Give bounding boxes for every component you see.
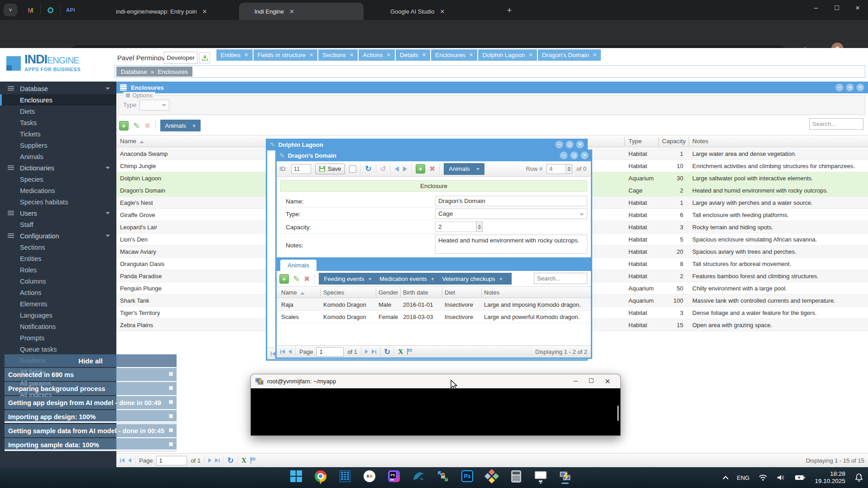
sidebar-item[interactable]: Tasks [0,117,116,128]
type-filter-select[interactable] [139,100,169,111]
browser-tab[interactable]: indi-engine/newapp: Entry poin ✕ [101,3,227,20]
toast-close-icon[interactable]: ✖ [168,441,173,448]
sidebar-item[interactable]: Roles [0,264,116,275]
tab-close-icon[interactable]: ✕ [438,8,447,15]
chevron-down-icon[interactable] [106,167,110,169]
last-page-icon[interactable] [215,458,220,463]
toast-close-icon[interactable]: ✖ [168,413,173,420]
terminal-maximize-icon[interactable]: ☐ [589,377,594,386]
sidebar-item[interactable]: Queue tasks [0,343,116,355]
toast-close-icon[interactable]: ✖ [168,399,173,406]
close-icon[interactable]: ✕ [580,151,589,159]
sidebar-item[interactable]: Species habitats [0,196,116,208]
first-page-icon[interactable] [280,349,285,354]
minimize-icon[interactable]: ─ [560,151,568,159]
edit-animal-icon[interactable]: ✎ [293,274,300,284]
import-button[interactable] [199,52,210,63]
column-header-species[interactable]: Species [323,289,344,296]
sidebar-item[interactable]: Tickets [0,128,116,140]
session-tab-close-icon[interactable]: ✕ [529,52,533,58]
taskbar-mysql-icon[interactable] [412,469,425,483]
sidebar-item[interactable]: Configuration [0,230,116,242]
taskbar-phpstorm-icon[interactable]: PS [388,469,400,483]
terminal-close-icon[interactable]: ✕ [604,377,610,386]
edit-row-icon[interactable]: ✎ [133,121,140,130]
toast-close-icon[interactable]: ✖ [168,427,173,434]
animals-relation-button[interactable]: Animals + [444,163,484,175]
hide-all-button[interactable]: Hide all [5,354,177,367]
undo-icon[interactable]: ↺ [380,164,386,173]
spinner-arrows-icon[interactable] [476,222,483,232]
relation-button[interactable]: Veterinary checkups + [442,275,506,282]
sidebar-item[interactable]: Sections [0,242,116,253]
browser-tab[interactable]: Google AI Studio ✕ [375,3,494,20]
id-input[interactable] [291,164,311,174]
terminal-titlebar[interactable]: root@yvnmijfarn: ~/myapp ─ ☐ ✕ [251,374,620,388]
column-header-capacity[interactable]: Capacity [662,138,686,145]
page-input[interactable] [156,456,187,465]
prev-page-icon[interactable] [128,458,131,463]
sidebar-item[interactable]: Elements [0,298,116,309]
session-tab[interactable]: Dolphin Lagoon ✕ [478,49,537,61]
taskbar-putty-icon[interactable] [559,469,571,483]
next-page-icon[interactable] [208,458,211,463]
column-header-diet[interactable]: Diet [445,289,455,296]
session-tab-close-icon[interactable]: ✕ [593,52,597,58]
window-titlebar[interactable]: ✎ Dragon's Domain [277,150,591,161]
taskbar-server-rack-icon[interactable] [339,469,351,483]
sidebar-item[interactable]: Prompts [0,332,116,343]
clock[interactable]: 18:28 19.10.2025 [815,470,845,485]
panel-popout-icon[interactable]: ✛ [846,83,854,92]
chevron-down-icon[interactable] [106,87,110,90]
panel-minimize-icon[interactable]: ─ [835,83,844,92]
session-tab[interactable]: Enclosures ✕ [431,49,477,61]
browser-tab[interactable]: Indi Engine ✕ [239,3,364,20]
taskbar-chrome-icon[interactable] [314,469,327,483]
next-page-icon[interactable] [365,349,368,354]
sidebar-item[interactable]: Suppliers [0,140,116,151]
taskbar-slack-icon[interactable] [363,469,376,483]
window-maximize-button[interactable]: ☐ [826,0,847,15]
table-row[interactable]: Raja Komodo Dragon Male 2016-01-01 Insec… [277,299,591,311]
session-tab-close-icon[interactable]: ✕ [469,52,473,58]
sidebar-item[interactable]: Actions [0,287,116,298]
name-field[interactable]: Dragon's Domain [435,196,587,206]
sidebar-item[interactable]: Staff [0,219,116,230]
session-tab-close-icon[interactable]: ✕ [350,52,354,58]
restore-icon[interactable]: ◶ [566,140,574,149]
window-close-button[interactable]: ✕ [847,0,868,15]
terminal-scrollbar[interactable] [617,406,619,421]
column-header-name[interactable]: Name [281,289,305,296]
excel-export-icon[interactable]: X [398,348,403,356]
sidebar-item[interactable]: Animals [0,151,116,162]
taskbar-photoshop-icon[interactable]: Ps [461,469,474,483]
table-row[interactable]: Scales Komodo Dragon Female 2018-03-03 I… [277,311,591,323]
taskbar-diamond-tool-icon[interactable] [485,469,498,483]
session-tab[interactable]: Actions ✕ [359,49,395,61]
session-tab-close-icon[interactable]: ✕ [244,52,248,58]
breadcrumb[interactable]: Database » Enclosures [116,67,192,77]
panel-close-icon[interactable]: ✕ [856,83,864,92]
close-icon[interactable]: ✕ [576,140,584,149]
session-tab-close-icon[interactable]: ✕ [309,52,313,58]
relation-button[interactable]: Feeding events + [324,275,376,282]
chevron-down-icon[interactable] [106,212,110,214]
add-record-button[interactable]: + [416,164,425,174]
pinned-tab-ring[interactable] [41,5,61,14]
session-tab[interactable]: Dragon's Domain ✕ [538,49,601,61]
column-header-name[interactable]: Name [120,138,144,145]
column-header-notes[interactable]: Notes [692,138,708,145]
page-input[interactable] [317,347,344,357]
window-minimize-button[interactable]: ─ [806,0,826,15]
notes-textarea[interactable]: Heated and humid environment with rocky … [435,235,587,254]
taskbar-winscp-icon[interactable] [436,469,449,483]
language-indicator[interactable]: ENG [737,474,749,481]
sidebar-item[interactable]: Database [0,83,116,94]
tray-expand-icon[interactable] [723,476,729,482]
session-tab[interactable]: Entities ✕ [216,49,253,61]
wifi-icon[interactable] [758,474,767,481]
sidebar-item[interactable]: Languages [0,309,116,321]
tab-animals[interactable]: Animals [280,260,317,271]
next-record-icon[interactable] [403,166,407,172]
last-page-icon[interactable] [372,349,376,354]
